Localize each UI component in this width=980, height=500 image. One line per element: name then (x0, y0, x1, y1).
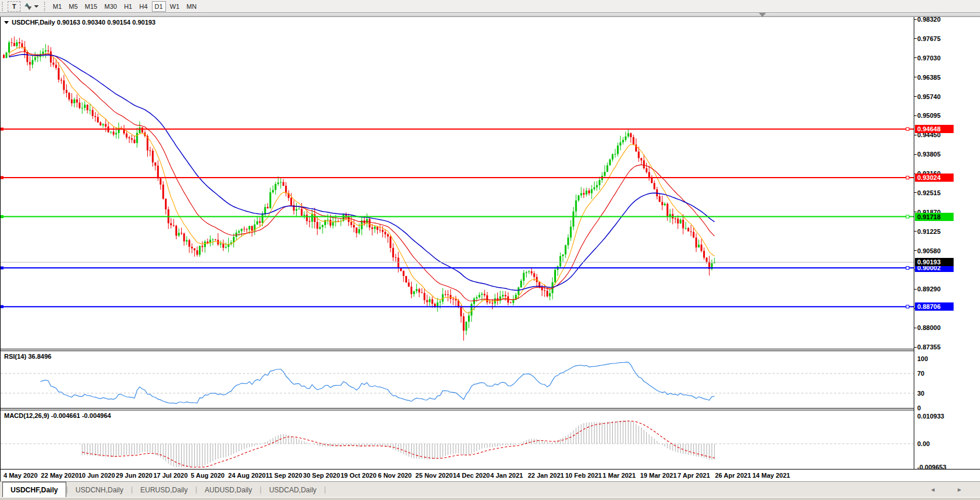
text-tool-button[interactable]: T (8, 1, 21, 12)
chart-tab-usdcad[interactable]: USDCAD,Daily (262, 483, 324, 497)
price-tick-mark (914, 115, 917, 116)
price-axis[interactable]: 0.983200.976750.970300.963850.957400.950… (914, 17, 980, 481)
line-right-handle[interactable] (906, 176, 909, 179)
date-axis-label: 24 Aug 2020 (228, 472, 266, 479)
price-tick-mark (914, 250, 917, 251)
date-axis-label: 4 May 2020 (4, 472, 38, 479)
chevron-down-icon (34, 5, 39, 8)
date-axis-label: 1 Mar 2021 (603, 472, 636, 479)
candlestick-chart-canvas[interactable] (1, 17, 914, 350)
arrows-tool-button[interactable] (22, 1, 42, 12)
date-axis-label: 25 Nov 2020 (415, 472, 453, 479)
price-tick-label: 0.95740 (917, 93, 941, 100)
ma-fast-line (9, 47, 714, 314)
line-left-handle[interactable] (1, 267, 4, 270)
timeframe-button-h4[interactable]: H4 (136, 1, 150, 12)
price-tick-mark (914, 192, 917, 193)
chart-tab-bar: USDCHF,Daily|USDCNH,Daily|EURUSD,Daily|A… (0, 481, 980, 497)
date-axis-label: 11 Sep 2020 (266, 472, 302, 479)
chart-tab-usdcnh[interactable]: USDCNH,Daily (68, 483, 131, 497)
date-axis-label: 4 Jan 2021 (490, 472, 523, 479)
tab-separator: | (324, 485, 326, 494)
timeframe-button-mn[interactable]: MN (184, 1, 199, 12)
trading-terminal-window: T M1M5M15M30H1H4D1W1MN USDCHF,Daily 0.90… (0, 0, 980, 500)
macd-axis-label: 0.00 (917, 440, 930, 447)
rsi-axis-label: 70 (917, 370, 924, 377)
chart-tab-audusd[interactable]: AUDUSD,Daily (197, 483, 260, 497)
chart-tab-usdchf[interactable]: USDCHF,Daily (2, 482, 66, 497)
price-tick-label: 0.96385 (917, 74, 941, 81)
price-tick-label: 0.88000 (917, 324, 941, 331)
timeframe-button-m15[interactable]: M15 (82, 1, 100, 12)
rsi-indicator-pane[interactable]: RSI(14) 36.8496 (1, 351, 914, 408)
price-tick-mark (914, 57, 917, 58)
date-axis-label: 14 Dec 2020 (453, 472, 490, 479)
price-tick-mark (914, 289, 917, 290)
status-strip (0, 497, 980, 500)
date-axis-label: 19 Mar 2021 (640, 472, 676, 479)
toolbar-drag-handle[interactable] (2, 2, 5, 11)
line-right-handle[interactable] (906, 267, 909, 270)
line-right-handle[interactable] (906, 215, 909, 218)
macd-indicator-pane[interactable]: MACD(12,26,9) -0.004661 -0.004964 (1, 410, 914, 469)
price-tick-label: 0.93805 (917, 151, 941, 158)
date-axis-label: 17 Jul 2020 (153, 472, 188, 479)
price-tick-mark (914, 96, 917, 97)
date-axis-label: 26 Apr 2021 (715, 472, 751, 479)
price-tick-label: 0.90580 (917, 247, 941, 254)
timeframe-button-m5[interactable]: M5 (66, 1, 80, 12)
level-price-tag: 0.94648 (915, 125, 954, 133)
candlestick-layer (3, 36, 715, 341)
macd-axis-label: 0.010933 (917, 413, 944, 420)
price-tick-mark (914, 328, 917, 328)
timeframe-button-h1[interactable]: H1 (121, 1, 135, 12)
arrows-tool-icon (25, 3, 32, 10)
chart-tab-eurusd[interactable]: EURUSD,Daily (133, 483, 195, 497)
price-tick-label: 0.89290 (917, 285, 941, 292)
main-price-pane[interactable]: USDCHF,Daily 0.90163 0.90340 0.90154 0.9… (1, 17, 914, 350)
line-right-handle[interactable] (906, 128, 909, 131)
rsi-axis-label: 100 (917, 355, 928, 362)
price-tick-label: 0.97675 (917, 35, 941, 42)
date-axis-label: 6 Nov 2020 (378, 472, 412, 479)
line-right-handle[interactable] (906, 305, 909, 308)
symbol-ohlc-text: USDCHF,Daily 0.90163 0.90340 0.90154 0.9… (12, 19, 155, 26)
collapse-triangle-icon[interactable] (4, 21, 9, 24)
macd-label: MACD(12,26,9) -0.004661 -0.004964 (4, 412, 111, 419)
date-axis-label: 5 Aug 2020 (191, 472, 225, 479)
line-left-handle[interactable] (1, 128, 4, 131)
line-left-handle[interactable] (1, 176, 4, 179)
date-axis-label: 14 May 2021 (752, 472, 790, 479)
level-price-tag: 0.93024 (915, 174, 954, 182)
toolbar-drag-handle[interactable] (44, 2, 48, 11)
rsi-axis-label: 0 (917, 404, 921, 411)
price-tick-label: 0.91225 (917, 228, 941, 235)
line-left-handle[interactable] (1, 305, 4, 308)
tab-scroll-arrows[interactable]: ◂ ▸ (931, 485, 972, 494)
rsi-chart-canvas (1, 351, 914, 408)
price-tick-mark (914, 231, 917, 232)
current-price-tag: 0.90193 (915, 258, 954, 266)
macd-chart-canvas (1, 410, 914, 469)
chart-window: USDCHF,Daily 0.90163 0.90340 0.90154 0.9… (0, 17, 980, 500)
level-price-tag: 0.88706 (915, 302, 954, 311)
price-tick-label: 0.92515 (917, 189, 941, 196)
chart-title: USDCHF,Daily 0.90163 0.90340 0.90154 0.9… (4, 19, 155, 26)
level-price-tag: 0.91718 (915, 213, 954, 221)
top-toolbar: T M1M5M15M30H1H4D1W1MN (0, 0, 980, 13)
price-tick-label: 0.98320 (917, 16, 941, 23)
rsi-label: RSI(14) 36.8496 (4, 353, 52, 360)
timeframe-button-d1[interactable]: D1 (152, 1, 166, 12)
ma-slow-line (9, 55, 714, 290)
date-axis-label: 10 Jun 2020 (79, 472, 115, 479)
timeframe-button-w1[interactable]: W1 (167, 1, 183, 12)
timeframe-button-m1[interactable]: M1 (50, 1, 65, 12)
date-axis-label: 22 Jan 2021 (528, 472, 564, 479)
line-left-handle[interactable] (1, 215, 4, 218)
timeframe-button-m30[interactable]: M30 (101, 1, 120, 12)
date-axis-label: 22 May 2020 (41, 472, 79, 479)
date-axis[interactable]: 4 May 202022 May 202010 Jun 202029 Jun 2… (1, 469, 980, 481)
chart-shift-marker[interactable] (759, 13, 766, 17)
chart-scrollbar[interactable] (0, 13, 980, 17)
price-tick-mark (914, 135, 917, 135)
